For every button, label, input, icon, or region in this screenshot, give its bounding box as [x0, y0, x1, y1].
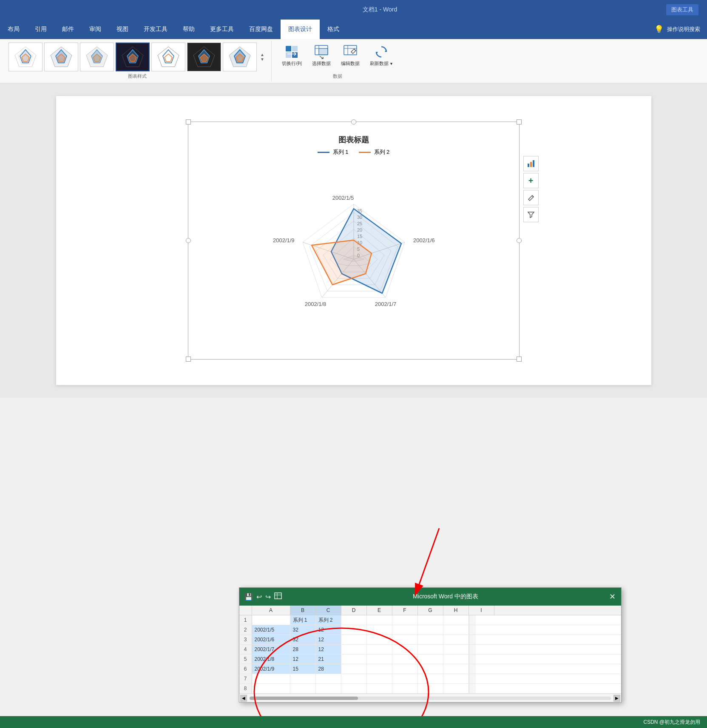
menu-item-mail[interactable]: 邮件	[54, 20, 82, 39]
cell-C5[interactable]: 21	[316, 654, 341, 664]
chart-type-button[interactable]	[523, 156, 539, 171]
handle-tl[interactable]	[186, 119, 191, 125]
cell-F4[interactable]	[392, 645, 418, 654]
col-header-F[interactable]: F	[392, 606, 418, 615]
cell-E6[interactable]	[367, 664, 392, 674]
cell-H2[interactable]	[443, 625, 469, 635]
menu-item-dev[interactable]: 开发工具	[136, 20, 175, 39]
col-header-E[interactable]: E	[367, 606, 392, 615]
handle-mr[interactable]	[517, 238, 522, 243]
menu-item-ref[interactable]: 引用	[27, 20, 54, 39]
cell-A2[interactable]: 2002/1/5	[252, 625, 290, 635]
edit-style-button[interactable]	[523, 190, 539, 205]
scrollbar-v[interactable]	[469, 615, 476, 625]
cell-D2[interactable]	[341, 625, 367, 635]
cell-A7[interactable]	[252, 674, 290, 683]
cell-F3[interactable]	[392, 635, 418, 644]
cell-D6[interactable]	[341, 664, 367, 674]
cell-F6[interactable]	[392, 664, 418, 674]
col-header-D[interactable]: D	[341, 606, 367, 615]
scrollbar-horizontal[interactable]: ◀ ▶	[239, 694, 621, 702]
cell-H8[interactable]	[443, 684, 469, 693]
search-label[interactable]: 操作说明搜索	[667, 25, 700, 33]
cell-E7[interactable]	[367, 674, 392, 683]
cell-D5[interactable]	[341, 654, 367, 664]
cell-D7[interactable]	[341, 674, 367, 683]
cell-B4[interactable]: 28	[290, 645, 316, 654]
scrollbar-v-3[interactable]	[469, 635, 476, 644]
cell-A4[interactable]: 2002/1/7	[252, 645, 290, 654]
cell-C6[interactable]: 28	[316, 664, 341, 674]
cell-F7[interactable]	[392, 674, 418, 683]
ribbon-scroll[interactable]: ▲ ▼	[258, 52, 266, 62]
cell-F8[interactable]	[392, 684, 418, 693]
refresh-dropdown-arrow[interactable]: ▼	[389, 62, 393, 66]
cell-B5[interactable]: 12	[290, 654, 316, 664]
select-data-button[interactable]: 选择数据	[309, 42, 334, 68]
col-header-A[interactable]: A	[252, 606, 290, 615]
chart-style-2[interactable]	[44, 42, 78, 71]
cell-C3[interactable]: 12	[316, 635, 341, 644]
cell-G1[interactable]	[418, 615, 443, 625]
cell-G4[interactable]	[418, 645, 443, 654]
cell-A8[interactable]	[252, 684, 290, 693]
chart-style-3[interactable]	[80, 42, 114, 71]
cell-C1[interactable]: 系列 2	[316, 615, 341, 625]
cell-H7[interactable]	[443, 674, 469, 683]
menu-item-layout[interactable]: 布局	[0, 20, 27, 39]
cell-G6[interactable]	[418, 664, 443, 674]
cell-B1[interactable]: 系列 1	[290, 615, 316, 625]
scrollbar-v-2[interactable]	[469, 625, 476, 635]
cell-E3[interactable]	[367, 635, 392, 644]
cell-G8[interactable]	[418, 684, 443, 693]
cell-G5[interactable]	[418, 654, 443, 664]
cell-D3[interactable]	[341, 635, 367, 644]
cell-C2[interactable]: 12	[316, 625, 341, 635]
cell-A3[interactable]: 2002/1/6	[252, 635, 290, 644]
refresh-data-button[interactable]: 刷新数据 ▼	[366, 42, 397, 68]
add-element-button[interactable]: +	[523, 173, 539, 188]
menu-item-view[interactable]: 视图	[109, 20, 136, 39]
menu-item-help[interactable]: 帮助	[175, 20, 202, 39]
cell-B7[interactable]	[290, 674, 316, 683]
cell-C4[interactable]: 12	[316, 645, 341, 654]
cell-G2[interactable]	[418, 625, 443, 635]
scrollbar-v-7[interactable]	[469, 674, 476, 683]
scroll-left-btn[interactable]: ◀	[240, 695, 247, 702]
handle-tc[interactable]	[351, 119, 356, 125]
chart-container[interactable]: 图表标题 系列 1 系列 2	[188, 122, 520, 360]
cell-H3[interactable]	[443, 635, 469, 644]
scrollbar-v-6[interactable]	[469, 664, 476, 674]
cell-A6[interactable]: 2002/1/9	[252, 664, 290, 674]
handle-bl[interactable]	[186, 357, 191, 362]
menu-item-baidu[interactable]: 百度网盘	[241, 20, 281, 39]
cell-H4[interactable]	[443, 645, 469, 654]
cell-F1[interactable]	[392, 615, 418, 625]
cell-E5[interactable]	[367, 654, 392, 664]
cell-E2[interactable]	[367, 625, 392, 635]
cell-D4[interactable]	[341, 645, 367, 654]
scrollbar-v-4[interactable]	[469, 645, 476, 654]
chart-style-7[interactable]	[223, 42, 257, 71]
table-icon[interactable]	[274, 592, 282, 601]
menu-item-chart-design[interactable]: 图表设计	[281, 20, 320, 39]
menu-item-more[interactable]: 更多工具	[202, 20, 241, 39]
col-header-C[interactable]: C	[316, 606, 341, 615]
cell-A1[interactable]	[252, 615, 290, 625]
scrollbar-v-8[interactable]	[469, 684, 476, 693]
cell-F2[interactable]	[392, 625, 418, 635]
cell-B8[interactable]	[290, 684, 316, 693]
menu-item-format[interactable]: 格式	[320, 20, 347, 39]
cell-B2[interactable]: 32	[290, 625, 316, 635]
close-spreadsheet-button[interactable]: ✕	[609, 592, 616, 601]
chart-style-6[interactable]	[187, 42, 221, 71]
undo-icon[interactable]: ↩	[256, 593, 262, 601]
cell-H6[interactable]	[443, 664, 469, 674]
save-icon[interactable]: 💾	[244, 593, 253, 601]
cell-H1[interactable]	[443, 615, 469, 625]
switch-rowcol-button[interactable]: 切换行/列	[278, 42, 305, 68]
cell-B3[interactable]: 32	[290, 635, 316, 644]
cell-C8[interactable]	[316, 684, 341, 693]
cell-G7[interactable]	[418, 674, 443, 683]
cell-C7[interactable]	[316, 674, 341, 683]
